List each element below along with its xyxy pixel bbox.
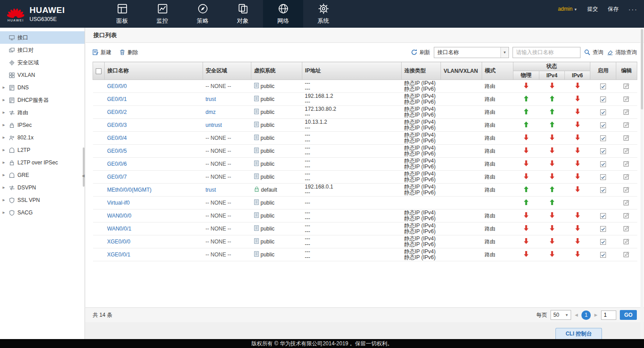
clear-query-button[interactable]: 清除查询 bbox=[607, 49, 637, 56]
next-page-icon[interactable]: ▶ bbox=[594, 313, 597, 317]
interface-name-link[interactable]: GE0/0/7 bbox=[107, 174, 127, 180]
edit-button[interactable] bbox=[623, 109, 630, 115]
edit-button[interactable] bbox=[623, 147, 630, 154]
zone-link[interactable]: trust bbox=[206, 96, 216, 102]
expand-arrow-icon[interactable]: ▶ bbox=[0, 98, 8, 102]
zone-link[interactable]: dmz bbox=[206, 109, 216, 115]
interface-name-link[interactable]: WAN0/0/1 bbox=[107, 226, 131, 232]
sidebar-item-l2tp[interactable]: ▶L2TP bbox=[0, 144, 85, 156]
enable-checkbox[interactable] bbox=[600, 96, 606, 102]
edit-button[interactable] bbox=[623, 238, 630, 244]
interface-name-link[interactable]: XGE0/0/0 bbox=[107, 239, 131, 245]
expand-arrow-icon[interactable]: ▶ bbox=[0, 161, 8, 164]
sidebar-item-interface-pair[interactable]: 接口对 bbox=[0, 44, 85, 56]
expand-arrow-icon[interactable]: ▶ bbox=[0, 123, 8, 127]
commit-button[interactable]: 提交 bbox=[587, 5, 598, 13]
enable-checkbox[interactable] bbox=[600, 148, 606, 154]
save-button[interactable]: 保存 bbox=[608, 5, 619, 13]
enable-checkbox[interactable] bbox=[600, 187, 606, 193]
expand-arrow-icon[interactable]: ▶ bbox=[0, 211, 8, 214]
current-page[interactable]: 1 bbox=[581, 310, 591, 320]
expand-arrow-icon[interactable]: ▶ bbox=[0, 148, 8, 152]
interface-name-link[interactable]: GE0/0/6 bbox=[107, 161, 127, 167]
edit-button[interactable] bbox=[623, 122, 630, 128]
expand-arrow-icon[interactable]: ▶ bbox=[0, 111, 8, 114]
interface-name-link[interactable]: GE0/0/4 bbox=[107, 135, 127, 141]
sidebar-scrollbar[interactable] bbox=[83, 147, 85, 187]
expand-arrow-icon[interactable]: ▶ bbox=[0, 86, 8, 89]
edit-button[interactable] bbox=[623, 134, 630, 141]
sidebar-item-l2tp-over-ipsec[interactable]: ▶L2TP over IPSec bbox=[0, 156, 85, 169]
interface-name-link[interactable]: GE0/0/1 bbox=[107, 96, 127, 102]
sidebar-item-interface[interactable]: 接口 bbox=[0, 31, 85, 44]
sidebar-item-dot1x[interactable]: ▶802.1x bbox=[0, 131, 85, 144]
edit-button[interactable] bbox=[623, 173, 630, 180]
sidebar-item-ipsec[interactable]: ▶IPSec bbox=[0, 119, 85, 131]
enable-checkbox[interactable] bbox=[600, 174, 606, 180]
interface-name-link[interactable]: GE0/0/5 bbox=[107, 148, 127, 154]
edit-button[interactable] bbox=[623, 212, 630, 218]
expand-arrow-icon[interactable]: ▶ bbox=[0, 198, 8, 202]
sidebar-item-security-zone[interactable]: 安全区域 bbox=[0, 56, 85, 69]
edit-button[interactable] bbox=[623, 83, 630, 89]
top-nav-monitor[interactable]: 监控 bbox=[142, 0, 182, 28]
search-input[interactable] bbox=[513, 47, 580, 58]
filter-field-select[interactable]: 接口名称 ▼ bbox=[434, 47, 509, 58]
new-button[interactable]: 新建 bbox=[93, 49, 111, 56]
interface-name-link[interactable]: GE0/0/0 bbox=[107, 83, 127, 89]
enable-checkbox[interactable] bbox=[600, 84, 606, 89]
per-page-select[interactable]: 50 ▼ bbox=[551, 310, 571, 320]
interface-name-link[interactable]: GE0/0/2 bbox=[107, 109, 127, 115]
delete-button[interactable]: 删除 bbox=[119, 49, 138, 56]
enable-checkbox[interactable] bbox=[600, 239, 606, 245]
scrollbar-thumb[interactable] bbox=[641, 29, 643, 109]
go-button[interactable]: GO bbox=[620, 310, 637, 320]
sidebar-item-route[interactable]: ▶路由 bbox=[0, 106, 85, 119]
query-button[interactable]: 查询 bbox=[584, 49, 603, 56]
user-menu[interactable]: admin▼ bbox=[558, 6, 577, 12]
interface-name-link[interactable]: MEth0/0/0(MGMT) bbox=[107, 187, 152, 193]
enable-checkbox[interactable] bbox=[600, 122, 606, 128]
sidebar-item-dns[interactable]: ▶DNS bbox=[0, 81, 85, 94]
select-all-checkbox[interactable] bbox=[96, 68, 102, 74]
sidebar-item-gre[interactable]: ▶GRE bbox=[0, 169, 85, 181]
top-nav-policy[interactable]: 策略 bbox=[182, 0, 223, 28]
sidebar-item-ssl-vpn[interactable]: ▶SSL VPN bbox=[0, 194, 85, 206]
enable-checkbox[interactable] bbox=[600, 226, 606, 232]
top-nav-dashboard[interactable]: 面板 bbox=[102, 0, 142, 28]
expand-arrow-icon[interactable]: ▶ bbox=[0, 173, 8, 177]
cli-console-button[interactable]: CLI 控制台 bbox=[555, 328, 602, 339]
zone-link[interactable]: trust bbox=[206, 187, 216, 193]
prev-page-icon[interactable]: ◀ bbox=[575, 313, 578, 317]
page-input[interactable] bbox=[601, 310, 616, 320]
edit-button[interactable] bbox=[623, 225, 630, 231]
interface-name-link[interactable]: WAN0/0/0 bbox=[107, 213, 131, 219]
interface-name-link[interactable]: XGE0/0/1 bbox=[107, 252, 131, 258]
more-menu[interactable]: ··· bbox=[628, 5, 638, 13]
edit-button[interactable] bbox=[623, 251, 630, 257]
expand-arrow-icon[interactable]: ▶ bbox=[0, 186, 8, 189]
edit-button[interactable] bbox=[623, 186, 630, 193]
expand-arrow-icon[interactable]: ▶ bbox=[0, 136, 8, 139]
enable-checkbox[interactable] bbox=[600, 135, 606, 141]
interface-name-link[interactable]: GE0/0/3 bbox=[107, 122, 127, 128]
edit-button[interactable] bbox=[623, 96, 630, 102]
sidebar-item-vxlan[interactable]: VXLAN bbox=[0, 69, 85, 81]
enable-checkbox[interactable] bbox=[600, 252, 606, 258]
sidebar-item-dhcp-server[interactable]: ▶DHCP服务器 bbox=[0, 94, 85, 106]
interface-name-link[interactable]: Virtual-if0 bbox=[107, 200, 130, 206]
enable-checkbox[interactable] bbox=[600, 161, 606, 167]
enable-checkbox[interactable] bbox=[600, 109, 606, 115]
enable-checkbox[interactable] bbox=[600, 213, 606, 219]
sidebar-collapse-handle[interactable]: ◀ bbox=[82, 174, 85, 178]
top-nav-system[interactable]: 系统 bbox=[303, 0, 343, 28]
refresh-button[interactable]: 刷新 bbox=[411, 49, 430, 56]
page-scrollbar[interactable] bbox=[640, 28, 644, 339]
sidebar-item-sacg[interactable]: ▶SACG bbox=[0, 206, 85, 219]
edit-button[interactable] bbox=[623, 160, 630, 167]
zone-link[interactable]: untrust bbox=[206, 122, 222, 128]
edit-button[interactable] bbox=[623, 199, 630, 205]
top-nav-network[interactable]: 网络 bbox=[263, 0, 303, 28]
sidebar-item-dsvpn[interactable]: ▶DSVPN bbox=[0, 181, 85, 194]
top-nav-object[interactable]: 对象 bbox=[223, 0, 263, 28]
